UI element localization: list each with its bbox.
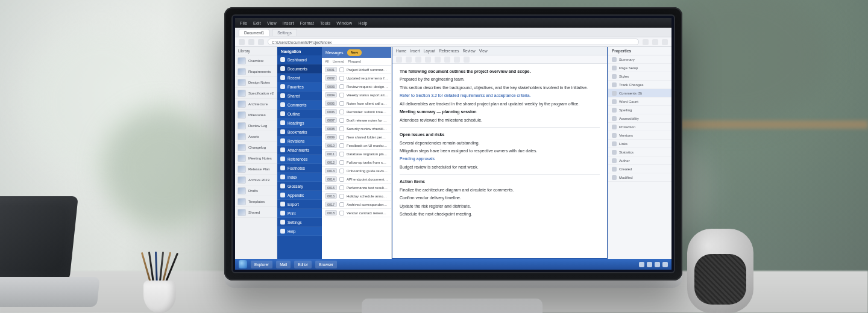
list-row[interactable]: 0012Follow-up tasks from sprint review [322, 158, 391, 167]
menu-item[interactable]: Help [358, 21, 367, 25]
library-item[interactable]: Review Log [235, 120, 277, 131]
nav-item[interactable]: Headings [277, 119, 322, 128]
nav-item[interactable]: Export [277, 200, 322, 209]
row-checkbox[interactable] [339, 143, 344, 148]
row-checkbox[interactable] [339, 84, 344, 89]
italic-icon[interactable] [406, 57, 412, 63]
list-row[interactable]: 0016Holiday schedule announcement [322, 192, 391, 200]
row-checkbox[interactable] [339, 194, 344, 199]
library-item[interactable]: Shared [235, 207, 277, 218]
doc-link[interactable]: Pending approvals [400, 156, 600, 161]
list-row[interactable]: 0006Reminder: submit timesheets by Frida… [322, 108, 391, 116]
row-checkbox[interactable] [339, 152, 344, 156]
list-row[interactable]: 0015Performance test results summary [322, 184, 391, 192]
nav-item[interactable]: Recent [277, 73, 322, 82]
library-item[interactable]: Architecture [235, 99, 277, 110]
library-item[interactable]: Drafts [235, 185, 277, 196]
property-item[interactable]: Modified [608, 173, 671, 182]
filter-option[interactable]: Unread [333, 60, 345, 63]
list-row[interactable]: 0003Review request: design specification [322, 82, 391, 91]
property-item[interactable]: Author [608, 156, 671, 165]
battery-icon[interactable] [655, 262, 660, 267]
filter-option[interactable]: All [325, 60, 329, 63]
property-item[interactable]: Links [608, 140, 671, 148]
gear-icon[interactable] [652, 39, 658, 45]
property-item[interactable]: Statistics [608, 148, 671, 156]
row-checkbox[interactable] [339, 93, 344, 98]
nav-item[interactable]: Glossary [277, 182, 322, 191]
ribbon-tab[interactable]: Home [396, 49, 406, 53]
library-item[interactable]: Archive 2023 [235, 175, 277, 185]
list-row[interactable]: 0005Notes from client call on integratio… [322, 99, 391, 108]
nav-item[interactable]: Settings [277, 218, 322, 227]
table-icon[interactable] [464, 57, 470, 63]
underline-icon[interactable] [415, 57, 421, 63]
menu-item[interactable]: Edit [253, 21, 261, 25]
ribbon-tabs[interactable]: Home Insert Layout References Review Vie… [392, 47, 607, 55]
library-item[interactable]: Templates [235, 196, 277, 207]
nav-item[interactable]: Bookmarks [277, 128, 322, 137]
ribbon-tab[interactable]: Review [462, 49, 475, 53]
menu-item[interactable]: View [267, 21, 277, 25]
taskbar-button[interactable]: Editor [294, 261, 312, 268]
row-checkbox[interactable] [339, 202, 344, 207]
start-button[interactable] [239, 260, 247, 268]
row-checkbox[interactable] [339, 101, 344, 106]
nav-item[interactable]: Help [277, 227, 322, 236]
library-item[interactable]: Milestones [235, 110, 277, 120]
nav-item[interactable]: Favorites [277, 82, 322, 91]
list-row[interactable]: 0008Security review checklist updated [322, 125, 391, 133]
list-row[interactable]: 0018Vendor contract renewal notice [322, 209, 391, 217]
taskbar-button[interactable]: Browser [315, 261, 337, 268]
nav-item[interactable]: References [277, 155, 322, 164]
property-item[interactable]: Page Setup [608, 64, 671, 72]
property-item[interactable]: Accessibility [608, 114, 671, 123]
ribbon-tab[interactable]: View [479, 49, 488, 53]
property-item[interactable]: Versions [608, 131, 671, 140]
nav-item[interactable]: Outline [277, 110, 322, 119]
list-row[interactable]: 0011Database migration plan outline [322, 150, 391, 158]
nav-item[interactable]: Revisions [277, 137, 322, 146]
filter-option[interactable]: Flagged [348, 60, 361, 63]
list-row[interactable]: 0017Archived correspondence 2023 [322, 200, 391, 209]
library-item[interactable]: Specification v2 [235, 88, 277, 99]
library-item[interactable]: Overview [235, 55, 277, 66]
menu-item[interactable]: File [240, 21, 247, 25]
row-checkbox[interactable] [339, 185, 344, 190]
row-checkbox[interactable] [339, 110, 344, 114]
library-item[interactable]: Release Plan [235, 164, 277, 175]
align-icon[interactable] [435, 57, 441, 63]
nav-item[interactable]: Footnotes [277, 164, 322, 173]
taskbar-button[interactable]: Explorer [251, 261, 272, 268]
nav-item[interactable]: Index [277, 173, 322, 182]
image-icon[interactable] [454, 57, 460, 63]
nav-item[interactable]: Documents [277, 64, 322, 73]
menu-item[interactable]: Tools [320, 21, 330, 25]
list-row[interactable]: 0001Project kickoff summary and action i… [322, 66, 391, 74]
property-item[interactable]: Created [608, 165, 671, 173]
wifi-icon[interactable] [639, 262, 644, 267]
row-checkbox[interactable] [339, 135, 344, 140]
taskbar[interactable]: Explorer Mail Editor Browser [235, 259, 671, 270]
nav-item[interactable]: Dashboard [277, 55, 322, 64]
row-checkbox[interactable] [339, 169, 344, 173]
address-field[interactable]: C:\Users\Documents\Project\index [268, 39, 639, 45]
list-row[interactable]: 0009New shared folder permissions [322, 133, 391, 141]
list-row[interactable]: 0002Updated requirements for module A [322, 74, 391, 82]
list-row[interactable]: 0007Draft release notes for version 2.4 [322, 116, 391, 125]
library-item[interactable]: Design Notes [235, 77, 277, 88]
document-body[interactable]: The following document outlines the proj… [392, 64, 607, 258]
system-tray[interactable] [639, 262, 668, 267]
tab-inactive[interactable]: Settings [272, 29, 297, 36]
clock-icon[interactable] [662, 262, 668, 267]
nav-item[interactable]: Appendix [277, 191, 322, 200]
property-item[interactable]: Comments (3) [608, 89, 671, 98]
property-item[interactable]: Styles [608, 72, 671, 81]
row-checkbox[interactable] [339, 118, 344, 123]
menu-item[interactable]: Insert [283, 21, 294, 25]
list-row[interactable]: 0014API endpoint documentation [322, 175, 391, 184]
menubar[interactable]: File Edit View Insert Format Tools Windo… [235, 18, 671, 28]
library-item[interactable]: Meeting Notes [235, 153, 277, 164]
nav-item[interactable]: Comments [277, 101, 322, 110]
library-item[interactable]: Assets [235, 131, 277, 142]
